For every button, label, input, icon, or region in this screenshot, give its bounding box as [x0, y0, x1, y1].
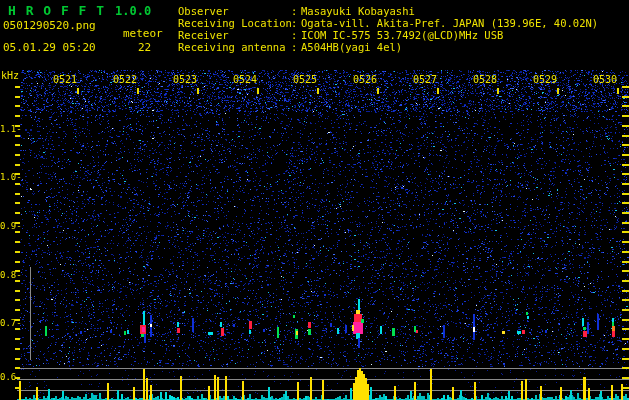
field-separator: :: [291, 17, 297, 29]
time-label-0524: 0524: [233, 74, 257, 85]
field-value: Masayuki Kobayashi: [301, 5, 415, 17]
time-label-0530: 0530: [593, 74, 617, 85]
field-value: ICOM IC-575 53.7492(@LCD)MHz USB: [301, 29, 503, 41]
station-info-row: Observer:Masayuki Kobayashi: [0, 5, 629, 17]
field-label: Observer: [178, 5, 229, 17]
time-label-0525: 0525: [293, 74, 317, 85]
station-info-row: Receiving Location:Ogata-vill. Akita-Pre…: [0, 17, 629, 29]
time-label-0529: 0529: [533, 74, 557, 85]
freq-label-0.9: 0.9-: [0, 221, 21, 231]
field-separator: :: [291, 41, 297, 53]
time-label-0526: 0526: [353, 74, 377, 85]
freq-label-0.7: 0.7-: [0, 318, 21, 328]
hrofft-output-screen: H R O F F T 1.0.0 0501290520.png meteor …: [0, 0, 629, 400]
time-label-0527: 0527: [413, 74, 437, 85]
field-separator: :: [291, 5, 297, 17]
station-info-row: Receiving antenna:A504HB(yagi 4el): [0, 41, 629, 53]
freq-label-1.0: 1.0-: [0, 172, 21, 182]
field-value: Ogata-vill. Akita-Pref. JAPAN (139.96E, …: [301, 17, 598, 29]
field-label: Receiving Location: [178, 17, 292, 29]
time-label-0523: 0523: [173, 74, 197, 85]
time-label-0522: 0522: [113, 74, 137, 85]
station-info-row: Receiver:ICOM IC-575 53.7492(@LCD)MHz US…: [0, 29, 629, 41]
freq-label-1.1: 1.1-: [0, 124, 21, 134]
field-value: A504HB(yagi 4el): [301, 41, 402, 53]
time-label-0528: 0528: [473, 74, 497, 85]
field-separator: :: [291, 29, 297, 41]
freq-axis-unit: kHz: [1, 70, 19, 81]
time-label-0521: 0521: [53, 74, 77, 85]
freq-label-0.6: 0.6-: [0, 372, 21, 382]
spectrogram-canvas: [0, 0, 629, 400]
field-label: Receiving antenna: [178, 41, 285, 53]
freq-label-0.8: 0.8-: [0, 270, 21, 280]
field-label: Receiver: [178, 29, 229, 41]
